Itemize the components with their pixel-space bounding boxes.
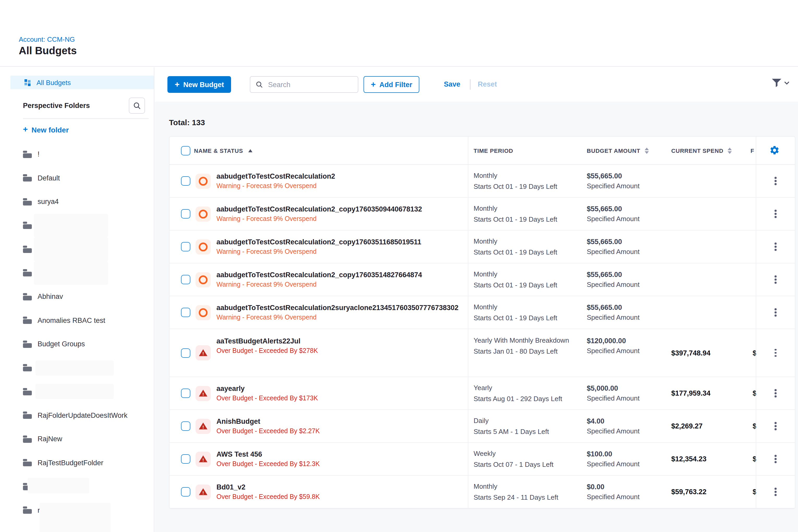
budget-amount-cell: $55,665.00 Specified Amount bbox=[587, 271, 640, 288]
row-checkbox[interactable] bbox=[181, 348, 190, 358]
sidebar-folder-item[interactable] bbox=[0, 356, 153, 380]
row-menu-button[interactable] bbox=[772, 274, 780, 285]
redacted-label bbox=[34, 237, 108, 261]
period-type: Weekly bbox=[474, 448, 553, 459]
budget-row[interactable]: ! aaTestBudgetAlerts22Jul Over Budget - … bbox=[170, 329, 795, 377]
row-menu-button[interactable] bbox=[772, 486, 780, 498]
new-budget-button[interactable]: + New Budget bbox=[167, 76, 231, 93]
account-breadcrumb-link[interactable]: Account: CCM-NG bbox=[19, 36, 75, 43]
sidebar-folder-item[interactable]: RajNew bbox=[0, 427, 153, 451]
search-icon bbox=[133, 102, 141, 110]
budget-amount: $55,665.00 bbox=[587, 271, 640, 279]
folder-name: surya4 bbox=[38, 198, 59, 206]
row-menu-button[interactable] bbox=[772, 175, 780, 187]
budget-type: Specified Amount bbox=[587, 493, 640, 501]
folder-icon bbox=[23, 222, 32, 229]
sidebar-folder-item[interactable]: r bbox=[0, 498, 153, 522]
sidebar-item-all-budgets[interactable]: All Budgets bbox=[11, 76, 154, 89]
row-checkbox[interactable] bbox=[181, 176, 190, 186]
sidebar-folder-item[interactable] bbox=[0, 261, 153, 285]
budget-status-text: Over Budget - Exceeded By $278K bbox=[216, 347, 318, 354]
save-link[interactable]: Save bbox=[444, 76, 460, 93]
sidebar: All Budgets Perspective Folders + New fo… bbox=[0, 67, 154, 532]
budget-amount-cell: $55,665.00 Specified Amount bbox=[587, 172, 640, 190]
row-checkbox[interactable] bbox=[181, 242, 190, 251]
budget-row[interactable]: ! aayearly Over Budget - Exceeded By $17… bbox=[170, 377, 795, 410]
row-menu-button[interactable] bbox=[772, 347, 780, 359]
budget-name: aabudgetToTestCostRecalculation2_copy176… bbox=[216, 238, 421, 246]
sidebar-folder-item[interactable]: Anomalies RBAC test bbox=[0, 308, 153, 332]
budget-row[interactable]: ! aabudgetToTestCostRecalculation2 Warni… bbox=[170, 165, 795, 198]
budget-name: aabudgetToTestCostRecalculation2_copy176… bbox=[216, 271, 422, 279]
sidebar-folder-item[interactable] bbox=[0, 380, 153, 403]
reset-link[interactable]: Reset bbox=[478, 76, 497, 93]
budget-type: Specified Amount bbox=[587, 182, 640, 190]
time-period-cell: Yearly With Monthly Breakdown Starts Jan… bbox=[474, 335, 569, 357]
budget-row[interactable]: ! aabudgetToTestCostRecalculation2_copy1… bbox=[170, 198, 795, 230]
budget-status-text: Over Budget - Exceeded By $173K bbox=[216, 395, 318, 402]
row-menu-button[interactable] bbox=[772, 307, 780, 318]
period-detail: Starts Jan 01 - 80 Days Left bbox=[474, 345, 569, 357]
column-header-current-spend[interactable]: CURRENT SPEND bbox=[671, 137, 732, 165]
column-header-name-status[interactable]: NAME & STATUS bbox=[194, 137, 252, 165]
row-checkbox[interactable] bbox=[181, 487, 190, 496]
sidebar-folder-item[interactable]: ! bbox=[0, 142, 153, 166]
row-menu-button[interactable] bbox=[772, 208, 780, 220]
sidebar-folder-item[interactable] bbox=[0, 475, 153, 498]
plus-icon: + bbox=[371, 79, 376, 89]
search-input[interactable] bbox=[267, 80, 358, 89]
budget-status-icon: ! bbox=[195, 206, 211, 222]
folder-search-button[interactable] bbox=[129, 97, 145, 114]
sidebar-folder-item[interactable]: Abhinav bbox=[0, 285, 153, 308]
page-title: All Budgets bbox=[19, 45, 77, 57]
sidebar-folder-item[interactable] bbox=[0, 237, 153, 261]
redacted-label bbox=[34, 214, 108, 237]
column-header-time-period[interactable]: TIME PERIOD bbox=[474, 137, 513, 165]
row-menu-button[interactable] bbox=[772, 387, 780, 399]
period-type: Yearly bbox=[474, 382, 562, 393]
budget-row[interactable]: ! AWS Test 456 Over Budget - Exceeded By… bbox=[170, 443, 795, 476]
select-all-checkbox[interactable] bbox=[181, 146, 190, 155]
add-filter-button[interactable]: + Add Filter bbox=[363, 76, 420, 93]
sidebar-folder-item[interactable]: RajFolderUpdateDoesItWork bbox=[0, 403, 153, 427]
budget-status-icon: ! bbox=[195, 173, 211, 189]
row-checkbox[interactable] bbox=[181, 388, 190, 398]
column-settings-button[interactable] bbox=[769, 145, 781, 156]
budget-status-icon: ! bbox=[195, 451, 211, 467]
budget-row[interactable]: ! aabudgetToTestCostRecalculation2_copy1… bbox=[170, 230, 795, 263]
budget-type: Specified Amount bbox=[587, 248, 640, 255]
row-menu-button[interactable] bbox=[772, 453, 780, 465]
page-header: Account: CCM-NG All Budgets bbox=[0, 0, 798, 67]
sidebar-folder-item[interactable]: Budget Groups bbox=[0, 332, 153, 356]
row-checkbox[interactable] bbox=[181, 454, 190, 464]
sidebar-folder-item[interactable]: RajTestBudgetFolder bbox=[0, 451, 153, 475]
row-checkbox[interactable] bbox=[181, 421, 190, 431]
period-type: Daily bbox=[474, 415, 549, 426]
budget-row[interactable]: ! Bd01_v2 Over Budget - Exceeded By $59.… bbox=[170, 476, 795, 509]
row-checkbox[interactable] bbox=[181, 209, 190, 218]
time-period-cell: Monthly Starts Oct 01 - 19 Days Left bbox=[474, 269, 557, 290]
filter-menu-button[interactable] bbox=[772, 79, 788, 87]
warning-icon bbox=[199, 242, 208, 251]
column-header-budget-amount[interactable]: BUDGET AMOUNT bbox=[587, 137, 649, 165]
warning-icon bbox=[199, 275, 208, 284]
current-spend-cell: $2,269.27 bbox=[671, 422, 703, 430]
sidebar-folder-item[interactable]: surya4 bbox=[0, 190, 153, 214]
period-detail: Starts Sep 24 - 11 Days Left bbox=[474, 492, 558, 503]
period-type: Monthly bbox=[474, 269, 557, 280]
row-checkbox[interactable] bbox=[181, 275, 190, 284]
sidebar-folder-item[interactable] bbox=[0, 214, 153, 237]
budget-status-text: Over Budget - Exceeded By $59.8K bbox=[216, 493, 320, 500]
folder-icon bbox=[23, 174, 32, 182]
new-folder-button[interactable]: + New folder bbox=[23, 125, 69, 134]
budget-name-cell: aabudgetToTestCostRecalculation2_copy176… bbox=[216, 205, 422, 223]
row-checkbox[interactable] bbox=[181, 308, 190, 317]
budget-row[interactable]: ! aabudgetToTestCostRecalculation2_copy1… bbox=[170, 263, 795, 296]
budget-row[interactable]: ! aabudgetToTestCostRecalculation2suryac… bbox=[170, 296, 795, 329]
row-menu-button[interactable] bbox=[772, 420, 780, 432]
period-type: Monthly bbox=[474, 203, 557, 214]
budget-row[interactable]: ! AnishBudget Over Budget - Exceeded By … bbox=[170, 410, 795, 443]
budget-amount-cell: $100.00 Specified Amount bbox=[587, 450, 640, 468]
sidebar-folder-item[interactable]: Default bbox=[0, 166, 153, 190]
row-menu-button[interactable] bbox=[772, 241, 780, 252]
